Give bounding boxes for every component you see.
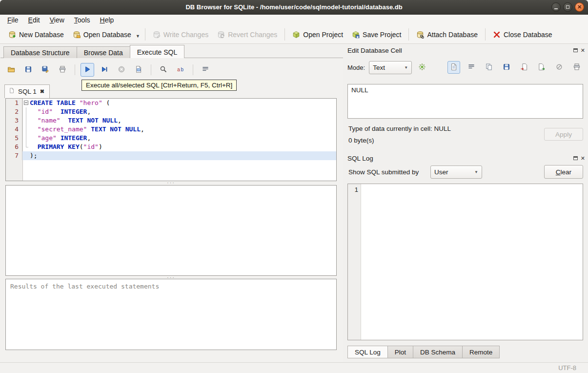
edit-cell-dock-header: Edit Database Cell ✕ <box>347 46 585 55</box>
results-placeholder: Results of the last executed statements <box>10 283 159 290</box>
dock-float-icon[interactable] <box>573 48 578 52</box>
log-filter-value: User <box>434 168 448 176</box>
attach-database-button[interactable]: Attach Database <box>412 28 482 41</box>
tab-execute-sql[interactable]: Execute SQL <box>130 45 185 58</box>
tab-database-structure[interactable]: Database Structure <box>3 46 77 58</box>
execute-line-button[interactable] <box>98 63 111 77</box>
print-icon <box>59 65 66 75</box>
splitter-handle[interactable] <box>5 181 337 185</box>
print-cell-button[interactable] <box>570 61 583 74</box>
close-database-label: Close Database <box>504 31 552 39</box>
apply-button[interactable]: Apply <box>544 128 583 141</box>
statusbar: UTF-8 <box>0 362 588 373</box>
find-replace-button[interactable] <box>157 63 170 77</box>
mode-select[interactable]: Text ▼ <box>369 61 412 74</box>
import-button[interactable] <box>518 61 530 74</box>
results-grid[interactable] <box>5 185 337 276</box>
cell-value-editor[interactable]: NULL <box>347 84 583 119</box>
save-results-button[interactable] <box>132 63 145 77</box>
menu-file[interactable]: File <box>2 15 23 25</box>
sql-code-editor[interactable]: 1 CREATE TABLE "hero" ( 2 "id" INTEGER, … <box>5 98 337 181</box>
open-project-button[interactable]: Open Project <box>288 28 347 41</box>
save-sql-file-button[interactable] <box>21 63 35 77</box>
open-sql-file-button[interactable] <box>4 63 18 77</box>
save-project-button[interactable]: Save Project <box>347 28 406 41</box>
fold-column <box>22 134 30 143</box>
open-sql-file-icon <box>7 65 15 75</box>
window-title: DB Browser for SQLite - /home/user/code/… <box>185 3 402 11</box>
text-mode-icon <box>450 63 458 72</box>
close-database-button[interactable]: Close Database <box>488 28 557 41</box>
save-sql-as-button[interactable] <box>39 63 52 77</box>
svg-text:b: b <box>181 66 183 72</box>
revert-changes-button[interactable]: Revert Changes <box>213 28 282 41</box>
save-as-button[interactable] <box>500 61 513 74</box>
menu-help[interactable]: Help <box>95 15 119 25</box>
stop-button[interactable] <box>115 63 128 77</box>
results-message-area[interactable]: Results of the last executed statements <box>5 279 337 350</box>
tab-plot[interactable]: Plot <box>387 346 413 358</box>
text-mode-button[interactable] <box>447 61 460 74</box>
menu-edit[interactable]: Edit <box>23 15 45 25</box>
code-line: 1 CREATE TABLE "hero" ( <box>6 99 336 107</box>
print-sql-button[interactable] <box>56 63 69 77</box>
line-number: 5 <box>6 134 22 143</box>
edit-cell-toolbar: Mode: Text ▼ <box>347 60 583 75</box>
toolbar-separator <box>408 28 409 41</box>
fold-marker-icon[interactable] <box>24 101 28 105</box>
word-wrap-icon <box>202 65 209 75</box>
titlebar: DB Browser for SQLite - /home/user/code/… <box>0 0 588 15</box>
sql-file-tab[interactable]: SQL 1 ✖ <box>4 84 50 98</box>
revert-changes-icon <box>217 31 225 39</box>
apply-format-button[interactable] <box>416 61 428 74</box>
tab-db-schema[interactable]: DB Schema <box>413 346 463 358</box>
fold-column <box>22 116 30 125</box>
copy-button[interactable] <box>483 61 495 74</box>
word-wrap-button[interactable] <box>465 61 478 74</box>
open-database-button[interactable]: Open Database <box>68 28 136 41</box>
tab-browse-data[interactable]: Browse Data <box>77 46 130 58</box>
main-toolbar: New Database Open Database ▼ Write Chang… <box>0 25 588 44</box>
maximize-button[interactable] <box>563 2 572 12</box>
write-changes-button[interactable]: Write Changes <box>148 28 213 41</box>
set-null-button[interactable] <box>553 61 566 74</box>
line-number: 3 <box>6 116 22 125</box>
encoding-indicator[interactable]: UTF-8 <box>558 364 576 372</box>
sql-toolbar-separator <box>193 64 193 75</box>
auto-format-button[interactable]: ab <box>174 63 187 77</box>
dock-float-icon[interactable] <box>573 156 578 160</box>
log-filter-select[interactable]: User ▼ <box>430 166 482 179</box>
dock-close-icon[interactable]: ✕ <box>581 156 585 161</box>
menu-tools[interactable]: Tools <box>69 15 95 25</box>
sql-toolbar-separator <box>75 64 75 75</box>
open-database-dropdown[interactable]: ▼ <box>136 30 142 40</box>
execute-all-button[interactable] <box>81 63 94 77</box>
code-line-current: 7 ); <box>6 151 336 160</box>
write-changes-icon <box>153 31 161 39</box>
save-project-label: Save Project <box>363 31 401 39</box>
dock-close-icon[interactable]: ✕ <box>581 48 585 53</box>
code-line: 6 PRIMARY KEY("id") <box>6 143 336 151</box>
right-panel: Edit Database Cell ✕ Mode: Text ▼ <box>345 44 588 362</box>
tab-close-icon[interactable]: ✖ <box>40 88 44 95</box>
attach-database-label: Attach Database <box>427 31 478 39</box>
fold-column <box>22 143 30 151</box>
close-button[interactable]: ✕ <box>575 2 584 12</box>
sql-file-tabbar: SQL 1 ✖ <box>4 84 50 98</box>
log-filter-label: Show SQL submitted by <box>348 168 419 176</box>
menu-view[interactable]: View <box>45 15 69 25</box>
fold-column[interactable] <box>22 99 30 107</box>
tab-remote[interactable]: Remote <box>462 346 500 358</box>
export-icon <box>538 63 546 72</box>
word-wrap-button[interactable] <box>199 63 212 77</box>
tab-sql-log[interactable]: SQL Log <box>347 346 388 358</box>
new-database-button[interactable]: New Database <box>4 28 68 41</box>
export-button[interactable] <box>535 61 548 74</box>
clear-log-button[interactable]: Clear <box>544 165 583 179</box>
minimize-button[interactable] <box>551 2 561 12</box>
sql-log-area[interactable]: 1 <box>347 184 583 340</box>
toolbar-separator <box>145 28 145 41</box>
sql-log-dock-header: SQL Log ✕ <box>347 154 585 163</box>
save-project-icon <box>352 31 360 39</box>
revert-changes-label: Revert Changes <box>228 31 277 39</box>
